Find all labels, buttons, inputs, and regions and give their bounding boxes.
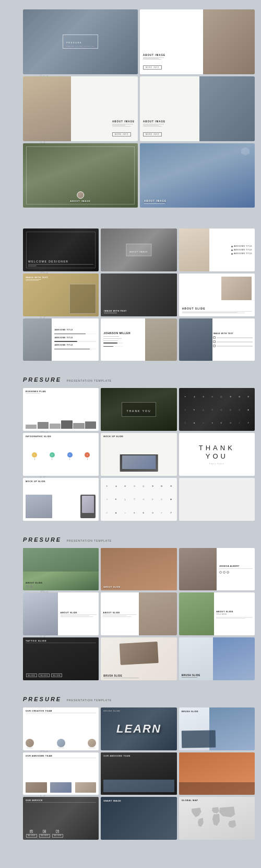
service-header: OUR SERVICE	[26, 799, 96, 803]
icon-2: △	[213, 340, 216, 343]
img-text-line	[26, 279, 41, 280]
more-btn-3[interactable]: MORE INFO	[143, 132, 162, 136]
slide-infographic[interactable]: INFOGRAPHIC SLIDE ① ② ③	[23, 433, 99, 476]
snow-title: ABOUT SLIDE	[61, 611, 97, 614]
slide-about-simple[interactable]: ABOUT SLIDE	[179, 273, 255, 316]
slide-mockup-phone[interactable]: MOCK UP SLIDE	[23, 478, 99, 521]
oi-2: ★	[30, 585, 33, 588]
slide-world-map[interactable]: GLOBAL MAP	[179, 797, 255, 840]
awesome-text-2: AWESOME TITLE	[234, 249, 252, 251]
slide-img-text-1[interactable]: IMAGE WITH TEXT	[23, 273, 99, 316]
slide-person-dark[interactable]: ABOUT IMAGE	[101, 229, 176, 271]
about-image-box: ABOUT IMAGE	[126, 244, 151, 256]
sl2	[61, 615, 90, 616]
slide-jessica[interactable]: JESSICA ALBERT f t in	[179, 548, 255, 591]
li-12: ▽	[130, 493, 139, 506]
smart-label: SMART IMAGE	[103, 800, 121, 802]
more-btn-2[interactable]: MORE INFO	[112, 132, 131, 136]
slide-biz-plan[interactable]: BUSSINES PLAN	[23, 388, 99, 431]
about-slide-label: ABOUT SLIDE	[182, 307, 206, 310]
brush-2-line	[182, 677, 197, 678]
li-7: ✿	[158, 479, 167, 493]
smart-title: SMART IMAGE	[103, 800, 121, 802]
jessica-line	[219, 568, 253, 569]
tm-photo-2	[57, 739, 65, 747]
slide-about-green[interactable]: ABOUT SLIDE TITLE HERE	[179, 592, 255, 635]
laptop-shape	[120, 454, 158, 472]
profile-line1	[103, 336, 119, 337]
slide-about-2[interactable]: ABOUT IMAGE MORE INFO	[23, 76, 138, 141]
slide-smart-image[interactable]: SMART IMAGE	[101, 797, 176, 840]
slide-awesome-dark[interactable]: OUR AWESOME TEAM	[101, 752, 176, 795]
info-line-4	[87, 458, 88, 460]
icon-text-3	[217, 345, 253, 346]
about-label-3: ABOUT IMAGE	[143, 120, 165, 123]
di-23: ✓	[235, 416, 243, 429]
slide-brush-1[interactable]: BRUSH SLIDE	[101, 637, 176, 680]
slide-awesome-team[interactable]: OUR AWESOME TEAM	[23, 752, 99, 795]
awesome-text-3: AWESOME TITLE	[234, 253, 252, 255]
di-22: ⊘	[226, 416, 234, 429]
di-10: ★	[190, 403, 198, 416]
sec5-row1: OUR CREATIVE TEAM	[23, 707, 255, 750]
slide-label-area: ABOUT IMAGE	[144, 200, 167, 204]
cover-subtitle: PRESENTATION TEMPLATE	[66, 45, 94, 47]
slide-brush-2[interactable]: BRUSH SLIDE	[179, 637, 255, 680]
info-dot-4-group: ④	[85, 452, 90, 460]
slide-landscape-1[interactable]: ABOUT IMAGE	[23, 143, 138, 208]
atl1	[103, 614, 136, 615]
slide-welcome[interactable]: WELCOME DESIGNER DESIGNER	[23, 229, 99, 271]
slide-awesome-bars[interactable]: AWESOME TITLE AWESOME TITLE AWESOME TITL…	[23, 318, 99, 361]
slide-img-text-3[interactable]: IMAGE WITH TEXT ⊙ △ ◇	[179, 318, 255, 361]
slide-mockup-laptop[interactable]: MOCK UP SLIDE	[101, 433, 176, 476]
tm-name-1	[27, 748, 33, 748]
canyon-bg	[101, 548, 176, 591]
more-btn-1[interactable]: MORE INFO	[143, 65, 162, 70]
slide-brush-mountain[interactable]: BRUSH SLIDE	[179, 707, 255, 750]
slide-landscape-2[interactable]: ABOUT IMAGE	[140, 143, 255, 208]
phone-shape	[80, 495, 96, 518]
slide-creative-team[interactable]: OUR CREATIVE TEAM	[23, 707, 99, 750]
slide-bottom[interactable]	[179, 752, 255, 795]
white-line	[144, 203, 165, 204]
slide-icon-grid-dark[interactable]: ✦ ◈ ⊕ ⊙ ◎ ❋ ✿ ❁ ☆ ★ △ ▽ ◁ ▷ ◇	[179, 388, 255, 431]
sec3-row3: MOCK UP SLIDE ✦ ◈ ⊕ ⊙ ◎ ❋ ✿	[23, 478, 255, 521]
smart-image-bg: SMART IMAGE	[101, 797, 176, 840]
si-3: ✦ TAG HERE	[52, 830, 63, 838]
tm-name-3	[89, 748, 95, 748]
slide-about-outdoor[interactable]: ABOUT SLIDE ♡ ★	[23, 548, 99, 591]
slide-cover[interactable]: PRESURE PRESENTATION TEMPLATE	[23, 9, 138, 74]
slide-about-1[interactable]: ABOUT IMAGE MORE INFO	[140, 9, 255, 74]
group-line	[104, 313, 117, 313]
bm-photo	[209, 707, 255, 750]
at-team-title: OUR AWESOME TEAM	[26, 755, 96, 757]
slide-row-1: PRESURE PRESENTATION TEMPLATE ABOUT IMAG…	[23, 9, 255, 74]
slide-icon-grid-light[interactable]: ✦ ◈ ⊕ ⊙ ◎ ❋ ✿ ❁ ☆ ★ △ ▽ ◁ ▷ ◇	[101, 478, 176, 521]
as-line2	[182, 312, 238, 313]
li-22: ⊘	[148, 506, 157, 519]
li-11: △	[121, 493, 129, 506]
di-5: ◎	[217, 390, 226, 403]
slide-service[interactable]: OUR SERVICE ⚙ TAG HERE ◈ TAG HERE ✦ TAG …	[23, 797, 99, 840]
light-icon-grid-content: ✦ ◈ ⊕ ⊙ ◎ ❋ ✿ ❁ ☆ ★ △ ▽ ◁ ▷ ◇	[101, 478, 176, 521]
slide-group-photo[interactable]: IMAGE WITH TEXT	[101, 273, 176, 316]
slide-text-2: ABOUT IMAGE MORE INFO	[112, 120, 135, 136]
slide-tattoo[interactable]: TATTOO SLIDE TAG HERE TAG HERE TAG HERE	[23, 637, 99, 680]
slide-about-text[interactable]: ABOUT SLIDE	[101, 592, 176, 635]
slide-about-canyon[interactable]: ABOUT SLIDE	[101, 548, 176, 591]
at-photo-1	[26, 782, 47, 793]
slide-thankyou-forest[interactable]: THANK YOU	[101, 388, 176, 431]
sec4-row1: ABOUT SLIDE ♡ ★ ABOUT SLIDE JESSICA AL	[23, 548, 255, 591]
dark-icon-grid: ✦ ◈ ⊕ ⊙ ◎ ❋ ✿ ❁ ☆ ★ △ ▽ ◁ ▷ ◇	[181, 390, 253, 429]
slide-about-snow[interactable]: ABOUT SLIDE	[23, 592, 99, 635]
slide-profile[interactable]: JOHNSON MILLER	[101, 318, 176, 361]
social-i: in	[227, 571, 229, 574]
slide-learn[interactable]: LEARN BRUSH SLIDE	[101, 707, 176, 750]
slide-thankyou-white[interactable]: THANK YOU Empty Space	[179, 433, 255, 476]
brush-1-content: BRUSH SLIDE	[103, 675, 174, 678]
slide-about-3[interactable]: ABOUT IMAGE MORE INFO	[140, 76, 255, 141]
phone-title-area: MOCK UP SLIDE	[26, 480, 45, 483]
dot-1	[231, 246, 233, 247]
li-18: ■	[112, 506, 121, 519]
slide-awesome-1[interactable]: AWESOME TITLE AWESOME TITLE AWESOME TITL…	[179, 229, 255, 271]
